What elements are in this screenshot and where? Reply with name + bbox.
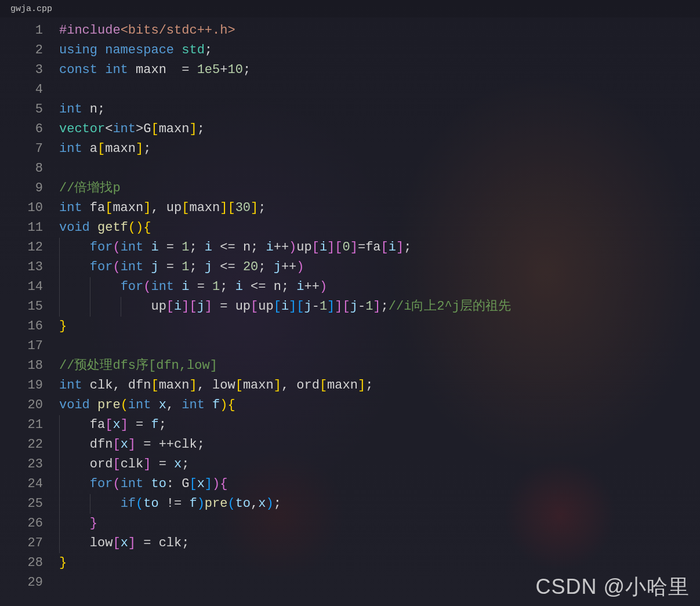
token: 1: [182, 260, 189, 274]
token: void: [59, 398, 90, 412]
code-line[interactable]: int n;: [59, 100, 700, 119]
token: 20: [243, 260, 258, 274]
token: ;: [197, 437, 205, 452]
line-number: 22: [0, 435, 43, 455]
token: ;: [258, 201, 266, 215]
line-number: 12: [0, 238, 43, 257]
token: [97, 43, 105, 57]
token: ++: [274, 240, 289, 255]
token: [: [274, 299, 281, 314]
token: ]: [373, 299, 380, 314]
token: 1: [182, 240, 189, 255]
token: ;: [381, 299, 389, 314]
code-line[interactable]: [59, 80, 700, 100]
line-number: 24: [0, 474, 43, 494]
token: [143, 477, 151, 491]
code-line[interactable]: using namespace std;: [59, 41, 700, 60]
token: -: [358, 299, 365, 314]
token: fa: [365, 240, 380, 255]
code-line[interactable]: if(to != f)pre(to,x);: [59, 494, 700, 514]
token: ++: [281, 260, 296, 274]
token: [97, 63, 105, 77]
code-line[interactable]: const int maxn = 1e5+10;: [59, 60, 700, 80]
token: ]: [327, 299, 335, 314]
code-line[interactable]: vector<int>G[maxn];: [59, 119, 700, 139]
token: up: [235, 299, 251, 314]
token: [174, 43, 182, 57]
token: x: [121, 536, 128, 550]
code-line[interactable]: for(int j = 1; j <= 20; j++): [59, 257, 700, 277]
code-line[interactable]: //倍增找p: [59, 179, 700, 198]
token: =: [159, 240, 182, 255]
token: j: [205, 260, 212, 274]
code-line[interactable]: dfn[x] = ++clk;: [59, 435, 700, 455]
line-number: 4: [0, 80, 43, 100]
token: <: [105, 122, 113, 136]
token: [: [189, 477, 197, 491]
token: ]: [327, 240, 335, 255]
token: //i向上2^j层的祖先: [389, 299, 511, 314]
code-line[interactable]: ord[clk] = x;: [59, 455, 700, 474]
code-line[interactable]: void getf(){: [59, 218, 700, 238]
token: i: [151, 240, 158, 255]
token: 1: [365, 299, 373, 314]
code-line[interactable]: //预处理dfs序[dfn,low]: [59, 356, 700, 376]
line-number: 18: [0, 356, 43, 376]
token: [: [381, 240, 389, 255]
code-line[interactable]: for(int to: G[x]){: [59, 474, 700, 494]
token: (: [227, 496, 235, 511]
token: clk: [159, 536, 182, 550]
token: (: [128, 220, 136, 235]
code-line[interactable]: for(int i = 1; i <= n; i++): [59, 277, 700, 297]
code-line[interactable]: [59, 159, 700, 179]
code-line[interactable]: [59, 336, 700, 356]
code-content[interactable]: #include<bits/stdc++.h>using namespace s…: [59, 21, 700, 593]
token: ): [296, 260, 304, 274]
token: f: [189, 496, 197, 511]
token: ]: [189, 122, 197, 136]
token: int: [59, 201, 82, 215]
token: int: [121, 260, 144, 274]
token: ]: [189, 378, 197, 393]
token: j: [197, 299, 205, 314]
tab-filename[interactable]: gwja.cpp: [10, 4, 52, 14]
token: ,: [197, 378, 212, 393]
token: maxn: [327, 378, 358, 393]
line-number: 20: [0, 395, 43, 415]
code-line[interactable]: }: [59, 317, 700, 336]
token: for: [90, 260, 113, 274]
code-line[interactable]: }: [59, 514, 700, 534]
token: ): [266, 496, 273, 511]
token: ;: [281, 280, 296, 294]
token: [: [113, 457, 120, 471]
token: [: [343, 299, 350, 314]
code-line[interactable]: void pre(int x, int f){: [59, 395, 700, 415]
line-number: 6: [0, 119, 43, 139]
code-line[interactable]: low[x] = clk;: [59, 534, 700, 553]
token: =: [358, 240, 365, 255]
code-line[interactable]: int a[maxn];: [59, 139, 700, 159]
code-line[interactable]: fa[x] = f;: [59, 415, 700, 435]
token: ;: [182, 536, 189, 550]
token: =: [151, 457, 174, 471]
line-number: 13: [0, 257, 43, 277]
editor-area[interactable]: 1234567891011121314151617181920212223242…: [0, 17, 700, 593]
token: x: [113, 418, 120, 432]
code-line[interactable]: for(int i = 1; i <= n; i++)up[i][0]=fa[i…: [59, 238, 700, 257]
token: =: [159, 260, 182, 274]
token: [: [296, 299, 304, 314]
code-line[interactable]: int clk, dfn[maxn], low[maxn], ord[maxn]…: [59, 376, 700, 395]
token: fa: [90, 201, 105, 215]
token: 1: [320, 299, 327, 314]
code-line[interactable]: #include<bits/stdc++.h>: [59, 21, 700, 41]
token: //预处理dfs序[dfn,low]: [59, 358, 217, 373]
token: i: [205, 240, 212, 255]
code-line[interactable]: [59, 573, 700, 593]
token: int: [105, 63, 128, 77]
code-line[interactable]: }: [59, 553, 700, 573]
token: [151, 398, 158, 412]
code-line[interactable]: up[i][j] = up[up[i][j-1]][j-1];//i向上2^j层…: [59, 297, 700, 317]
token: clk: [90, 378, 113, 393]
code-line[interactable]: int fa[maxn], up[maxn][30];: [59, 198, 700, 218]
tab-bar: gwja.cpp: [0, 0, 700, 17]
